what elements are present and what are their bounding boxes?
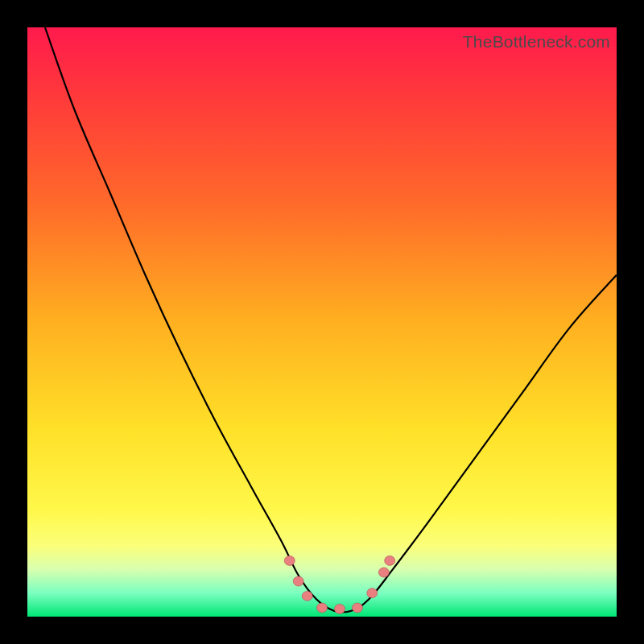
outer-frame: TheBottleneck.com [0,0,644,644]
watermark-text: TheBottleneck.com [463,32,610,52]
plot-gradient-area [27,27,617,617]
